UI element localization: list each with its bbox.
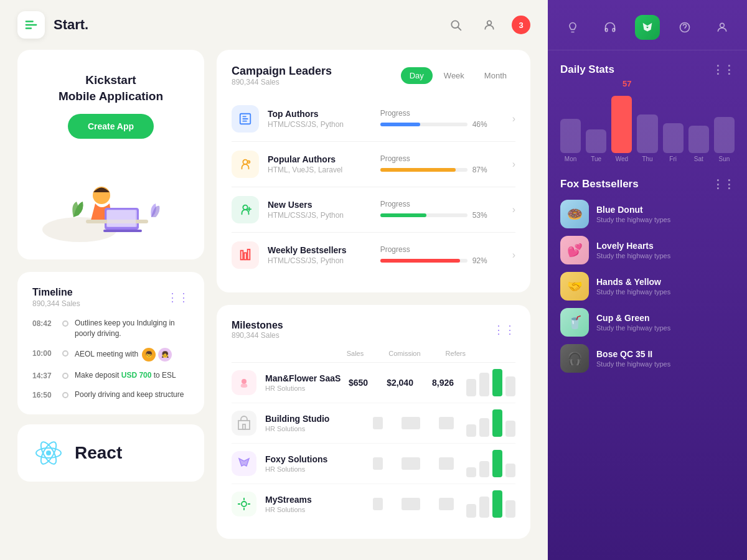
row-icon-weekly [232, 241, 259, 269]
row-chevron-icon[interactable]: › [512, 159, 515, 170]
sidebar-fox-icon[interactable] [635, 15, 660, 40]
milestones-title: Milestones [232, 320, 283, 331]
right-sidebar: Daily Stats ⋮⋮ 57 Mon Tue [548, 0, 747, 560]
kickstart-card: Kickstart Mobile Application Create App [17, 50, 204, 259]
list-item: 08:42 Outlines keep you Indulging in poo… [32, 318, 189, 339]
row-chevron-icon[interactable]: › [512, 113, 515, 124]
fox-item-info: Lovely Hearts Study the highway types [596, 241, 670, 259]
fox-thumb-bluedonut: 🍩 [560, 200, 589, 228]
fox-list: 🍩 Blue Donut Study the highway types 💕 L… [560, 200, 735, 373]
daily-stats-section: Daily Stats ⋮⋮ 57 Mon Tue [560, 63, 735, 162]
bar-item: Fri [663, 123, 684, 162]
ms-chart [466, 490, 515, 518]
notification-badge[interactable]: 3 [512, 16, 530, 34]
illustration [32, 155, 189, 242]
peak-value: 57 [622, 79, 631, 88]
table-row: Top Authors HTML/CSS/JS, Python Progress… [232, 96, 515, 142]
bar-item: Mon [560, 119, 581, 162]
ms-metrics: $650 $2,040 8,926 [349, 378, 454, 388]
header: Start. 3 [0, 0, 548, 50]
logo-icon [17, 11, 45, 39]
list-item: 16:50 Poorly driving and keep structure [32, 390, 189, 400]
fox-item-info: Bose QC 35 II Study the highway types [596, 349, 670, 368]
svg-point-18 [243, 160, 247, 164]
milestones-card: Milestones 890,344 Sales ⋮⋮ Sales Comiss… [217, 305, 530, 539]
filter-tabs: Day Week Month [401, 67, 515, 84]
bar-item: Thu [637, 114, 657, 162]
fox-thumb-cupgreen: 🥤 [560, 308, 589, 337]
svg-rect-24 [244, 253, 247, 259]
sidebar-help-icon[interactable] [672, 15, 697, 40]
ms-info: Man&Flower SaaS HR Solutions [265, 373, 349, 392]
svg-point-19 [248, 161, 250, 164]
kickstart-title-line1: Kickstart [59, 72, 163, 88]
campaign-rows: Top Authors HTML/CSS/JS, Python Progress… [232, 96, 515, 278]
left-column: Kickstart Mobile Application Create App [17, 50, 204, 539]
fox-item-info: Blue Donut Study the highway types [596, 205, 670, 223]
svg-point-20 [243, 205, 247, 210]
fox-item-info: Hands & Yellow Study the highway types [596, 277, 670, 296]
list-item: MyStreams HR Solutions [232, 484, 515, 524]
ms-chart [466, 450, 515, 477]
bar-item: Sun [714, 117, 735, 162]
daily-stats-more[interactable]: ⋮⋮ [712, 63, 735, 77]
svg-point-13 [46, 450, 51, 455]
user-icon[interactable] [478, 14, 500, 36]
fox-bestsellers-title: Fox Bestsellers ⋮⋮ [560, 177, 735, 191]
react-card: React [17, 424, 204, 482]
fox-thumb-lovelyhearts: 💕 [560, 236, 589, 264]
timeline-more-icon[interactable]: ⋮⋮ [167, 291, 189, 304]
svg-rect-23 [241, 251, 243, 260]
progress-section: Progress 87% [380, 154, 505, 174]
sidebar-main-content: Daily Stats ⋮⋮ 57 Mon Tue [548, 50, 747, 560]
filter-week[interactable]: Week [435, 67, 473, 84]
svg-rect-31 [606, 29, 608, 32]
row-info: Popular Authors HTML, VueJS, Laravel [268, 154, 380, 174]
bar-item: Tue [586, 129, 606, 162]
milestone-header: Milestones 890,344 Sales ⋮⋮ [232, 320, 515, 340]
filter-day[interactable]: Day [401, 67, 433, 84]
timeline-card: Timeline 890,344 Sales ⋮⋮ 08:42 Outlines… [17, 272, 204, 414]
ms-info: Building Studio HR Solutions [265, 414, 373, 432]
row-chevron-icon[interactable]: › [512, 204, 515, 215]
ms-info: MyStreams HR Solutions [265, 495, 373, 513]
list-item: 🎧 Bose QC 35 II Study the highway types [560, 344, 735, 373]
table-row: Weekly Bestsellers HTML/CSS/JS, Python P… [232, 233, 515, 278]
kickstart-title-line2: Mobile Application [59, 88, 163, 105]
milestones-subtitle: 890,344 Sales [232, 331, 283, 340]
timeline-title: Timeline [32, 287, 80, 298]
ms-metrics [373, 498, 454, 510]
bar-item: Sat [688, 126, 709, 162]
create-app-button[interactable]: Create App [68, 114, 154, 139]
timeline-list: 08:42 Outlines keep you Indulging in poo… [32, 318, 189, 399]
svg-point-26 [242, 379, 247, 384]
svg-rect-28 [243, 424, 245, 429]
ms-info: Foxy Solutions HR Solutions [265, 454, 373, 473]
row-chevron-icon[interactable]: › [512, 250, 515, 261]
fox-bestsellers-section: Fox Bestsellers ⋮⋮ 🍩 Blue Donut Study th… [560, 177, 735, 373]
bars-wrap: 57 Mon Tue Wed Thu [560, 94, 735, 162]
svg-rect-25 [248, 250, 250, 260]
filter-month[interactable]: Month [476, 67, 515, 84]
svg-rect-27 [238, 421, 250, 429]
campaign-title: Campaign Leaders [232, 65, 332, 78]
progress-section: Progress 92% [380, 245, 505, 265]
svg-rect-32 [613, 29, 614, 32]
row-info: New Users HTML/CSS/JS, Python [268, 200, 380, 220]
sidebar-headphone-icon[interactable] [598, 15, 622, 40]
milestones-more-icon[interactable]: ⋮⋮ [493, 323, 515, 337]
ms-metrics [373, 417, 454, 429]
list-item: Building Studio HR Solutions [232, 403, 515, 444]
sidebar-user-icon[interactable] [710, 15, 735, 40]
content-grid: Kickstart Mobile Application Create App [0, 50, 548, 560]
list-item: 14:37 Make deposit USD 700 to ESL [32, 370, 189, 381]
fox-more-icon[interactable]: ⋮⋮ [712, 177, 735, 191]
table-row: New Users HTML/CSS/JS, Python Progress 5… [232, 187, 515, 233]
svg-line-4 [458, 27, 461, 30]
sidebar-bulb-icon[interactable] [560, 15, 585, 40]
table-row: Popular Authors HTML, VueJS, Laravel Pro… [232, 142, 515, 187]
campaign-header: Campaign Leaders 890,344 Sales Day Week … [232, 65, 515, 86]
campaign-subtitle: 890,344 Sales [232, 78, 332, 86]
logo-text: Start. [54, 17, 88, 33]
search-icon[interactable] [444, 14, 467, 36]
